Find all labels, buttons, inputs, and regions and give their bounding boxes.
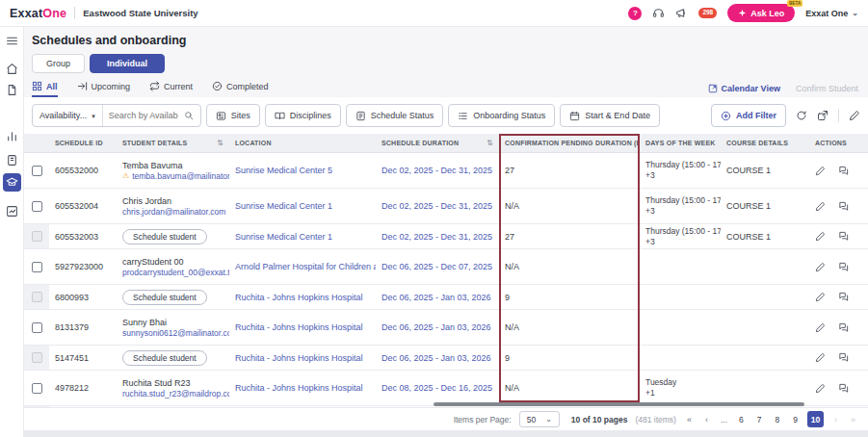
first-page-icon[interactable]: « — [684, 415, 695, 424]
support-icon[interactable] — [652, 7, 665, 19]
menu-icon[interactable] — [4, 33, 20, 49]
location-link[interactable]: Ruchita - Johns Hopkins Hospital — [229, 285, 376, 309]
reports-icon[interactable] — [4, 128, 20, 144]
location-link[interactable]: Arnold Palmer Hospital for Children and … — [229, 249, 376, 284]
row-checkbox-cell — [24, 371, 49, 405]
location-link[interactable]: Ruchita - Johns Hopkins Hospital — [229, 371, 376, 405]
account-menu[interactable]: Exxat One ⌄ — [805, 9, 858, 18]
ask-leo-button[interactable]: Ask Leo BETA — [727, 4, 795, 22]
exxat-logo: ExxatOne — [10, 7, 66, 20]
search-icon[interactable] — [184, 111, 200, 120]
home-icon[interactable] — [4, 61, 20, 77]
group-toggle-button[interactable]: Group — [32, 54, 85, 73]
edit-icon[interactable] — [815, 262, 826, 272]
schedule-id: 4898310000 — [49, 406, 117, 407]
table-row: 5927923000 carryStudent 00 prodcarrystud… — [24, 249, 868, 285]
location-link[interactable]: Sunrise Medical Center 1 — [229, 224, 376, 248]
table-row: 4978212 Ruchita Stud R23 ruchita.stud_r2… — [24, 371, 868, 406]
chat-icon[interactable] — [838, 352, 849, 363]
page-button[interactable]: 9 — [789, 415, 802, 424]
schedule-duration: Dec 11, 2025 - Dec 13, 2025 — [376, 406, 499, 407]
row-checkbox[interactable] — [32, 262, 42, 272]
row-checkbox[interactable] — [32, 322, 42, 333]
last-page-icon[interactable]: » — [848, 415, 858, 424]
edit-icon[interactable] — [815, 166, 826, 176]
location-link[interactable]: Ruchita - Johns Hopkins Hospital — [229, 310, 376, 345]
pen-icon[interactable] — [849, 110, 860, 121]
horizontal-scrollbar[interactable] — [434, 402, 804, 406]
student-name: Sunny Bhai — [122, 318, 167, 327]
schedules-icon[interactable] — [3, 173, 21, 192]
tab-current[interactable]: Current — [149, 81, 193, 97]
confirm-student-button[interactable]: Confirm Student — [796, 84, 858, 93]
edit-icon[interactable] — [815, 322, 826, 333]
location-link[interactable]: Sunrise Medical Center 5 — [229, 153, 376, 188]
start-end-date-filter-button[interactable]: Start & End Date — [560, 104, 660, 127]
onboarding-status-filter-button[interactable]: Onboarding Status — [448, 104, 555, 127]
search-input[interactable] — [103, 111, 184, 120]
location-link[interactable]: 0011 test no phone no discipline — [229, 406, 376, 407]
col-student-details[interactable]: STUDENT DETAILS⇅ — [117, 134, 229, 152]
current-page-button[interactable]: 10 — [807, 411, 824, 427]
tab-all[interactable]: All — [32, 81, 58, 97]
student-email[interactable]: sunnysoni0612@mailinator.com — [122, 328, 229, 338]
add-filter-button[interactable]: Add Filter — [711, 104, 786, 127]
prev-page-icon[interactable]: ‹ — [702, 415, 711, 424]
location-link[interactable]: Sunrise Medical Center 1 — [229, 189, 376, 223]
row-actions — [809, 406, 868, 407]
row-checkbox[interactable] — [32, 166, 42, 176]
tab-completed[interactable]: Completed — [212, 81, 269, 97]
chat-icon[interactable] — [838, 262, 849, 272]
individual-toggle-button[interactable]: Individual — [90, 54, 165, 73]
student-name: Chris Jordan — [122, 196, 171, 206]
student-email[interactable]: prodcarrystudent_00@exxat.t... — [122, 268, 229, 277]
sites-filter-button[interactable]: Sites — [206, 104, 260, 127]
notifications-badge[interactable]: 298 — [698, 8, 717, 18]
chat-icon[interactable] — [838, 292, 849, 302]
sort-icon[interactable]: ⇅ — [487, 139, 493, 147]
chat-icon[interactable] — [838, 383, 849, 394]
next-page-icon[interactable]: › — [831, 415, 840, 424]
edit-icon[interactable] — [815, 201, 826, 212]
help-icon[interactable]: ? — [628, 7, 642, 20]
student-email[interactable]: ruchita.stud_r23@maildrop.cc — [122, 389, 229, 398]
tab-upcoming[interactable]: Upcoming — [77, 81, 131, 97]
location-link[interactable]: Ruchita - Johns Hopkins Hospital — [229, 346, 376, 370]
student-email[interactable]: chris.jordan@mailinator.com — [122, 207, 225, 217]
row-checkbox[interactable] — [32, 383, 42, 394]
export-icon[interactable] — [817, 110, 829, 121]
forms-icon[interactable] — [4, 152, 20, 168]
refresh-icon[interactable] — [796, 110, 807, 121]
chat-icon[interactable] — [838, 322, 849, 333]
col-schedule-duration[interactable]: SCHEDULE DURATION⇅ — [376, 134, 499, 152]
chat-icon[interactable] — [838, 166, 849, 176]
confirmation-pending-days: N/A — [499, 189, 640, 223]
documents-icon[interactable] — [4, 82, 20, 98]
schedule-student-button[interactable]: Schedule student — [122, 229, 207, 244]
page-button[interactable]: 8 — [772, 415, 784, 424]
page-title: Schedules and onboarding — [32, 34, 858, 47]
student-email[interactable]: temba.bavuma@mailinator.com — [132, 171, 229, 181]
edit-icon[interactable] — [815, 383, 826, 394]
chat-icon[interactable] — [838, 201, 849, 212]
sort-icon[interactable]: ⇅ — [217, 139, 224, 147]
page-button[interactable]: 6 — [735, 415, 748, 424]
row-checkbox[interactable] — [32, 201, 42, 212]
disciplines-filter-button[interactable]: Disciplines — [265, 104, 341, 127]
announcements-icon[interactable] — [675, 7, 688, 19]
chat-icon[interactable] — [838, 231, 849, 242]
schedule-student-button[interactable]: Schedule student — [122, 290, 207, 305]
edit-icon[interactable] — [815, 231, 826, 242]
page-button[interactable]: 7 — [753, 415, 766, 424]
schedule-student-button[interactable]: Schedule student — [122, 350, 207, 366]
edit-icon[interactable] — [815, 352, 826, 363]
schedule-duration: Dec 06, 2025 - Dec 07, 2025 — [376, 249, 499, 284]
confirmation-pending-days: 27 — [499, 224, 640, 248]
analytics-icon[interactable] — [4, 203, 20, 219]
availability-dropdown[interactable]: Availability... ▾ — [33, 105, 103, 126]
row-checkbox-cell — [24, 249, 49, 284]
items-per-page-select[interactable]: 50 ⌄ — [519, 411, 560, 427]
edit-icon[interactable] — [815, 292, 826, 302]
schedule-status-filter-button[interactable]: Schedule Status — [346, 104, 444, 127]
calendar-view-link[interactable]: Calendar View — [708, 84, 780, 93]
